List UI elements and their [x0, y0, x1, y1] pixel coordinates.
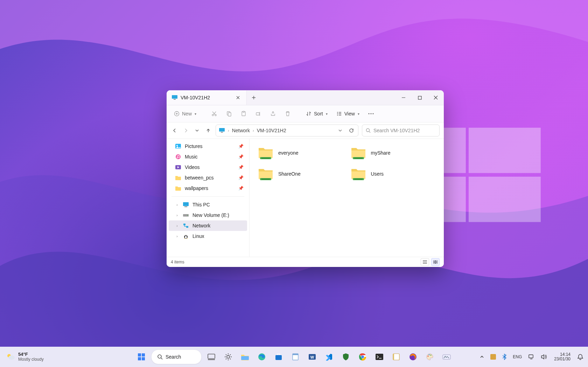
- breadcrumb-network[interactable]: Network: [232, 128, 250, 133]
- svg-point-21: [178, 157, 180, 158]
- taskbar-app-security[interactable]: [339, 350, 353, 364]
- taskbar-app-word[interactable]: W: [305, 350, 319, 364]
- taskbar-app-explorer[interactable]: [238, 350, 252, 364]
- network-icon: [183, 223, 189, 229]
- desktop[interactable]: VM-10V21H2 New ▾: [0, 0, 588, 367]
- tray-volume[interactable]: [539, 350, 548, 364]
- nav-item-label: This PC: [192, 202, 244, 207]
- taskbar-app-firefox[interactable]: [406, 350, 420, 364]
- bluetooth-icon: [502, 354, 506, 360]
- address-bar[interactable]: › Network › VM-10V21H2: [216, 125, 358, 136]
- monitor-icon: [172, 94, 178, 101]
- content-pane[interactable]: everyone myShare ShareOne Users: [250, 139, 444, 258]
- taskbar-app-misc[interactable]: [440, 350, 454, 364]
- linux-icon: [183, 233, 189, 239]
- share-users[interactable]: Users: [349, 164, 438, 184]
- taskbar-app-vscode[interactable]: [322, 350, 336, 364]
- breadcrumb-host[interactable]: VM-10V21H2: [257, 128, 286, 133]
- tray-overflow-button[interactable]: [478, 350, 485, 364]
- taskbar[interactable]: 54°F Mostly cloudy Search W: [0, 347, 588, 367]
- plus-circle-icon: [174, 111, 180, 117]
- taskbar-search[interactable]: Search: [151, 350, 202, 364]
- store-icon: [275, 353, 282, 361]
- share-label: Users: [371, 171, 384, 177]
- view-button[interactable]: View ▾: [333, 108, 362, 119]
- tab-close-button[interactable]: [234, 94, 241, 101]
- copy-button[interactable]: [223, 108, 235, 119]
- taskbar-app-terminal[interactable]: [372, 350, 386, 364]
- command-bar: New ▾ Sort ▾ View ▾: [167, 105, 444, 122]
- search-box[interactable]: Search VM-10V21H2: [362, 125, 440, 136]
- arrow-up-icon: [206, 128, 211, 133]
- nav-quick-videos[interactable]: Videos 📌: [169, 162, 247, 172]
- taskbar-app-notepad[interactable]: [288, 350, 302, 364]
- start-button[interactable]: [134, 350, 148, 364]
- titlebar[interactable]: VM-10V21H2: [167, 90, 444, 105]
- share-everyone[interactable]: everyone: [256, 143, 345, 163]
- tray-network[interactable]: [527, 350, 536, 364]
- svg-point-4: [212, 114, 214, 116]
- nav-quick-pictures[interactable]: Pictures 📌: [169, 141, 247, 151]
- svg-point-64: [428, 356, 429, 357]
- rename-button[interactable]: [252, 108, 264, 119]
- svg-point-12: [370, 113, 371, 114]
- address-history-button[interactable]: [336, 127, 344, 134]
- search-placeholder: Search VM-10V21H2: [373, 128, 420, 133]
- new-button[interactable]: New ▾: [171, 108, 199, 119]
- chevron-right-icon[interactable]: ›: [175, 224, 179, 228]
- nav-tree-network[interactable]: › Network: [169, 220, 247, 231]
- sort-button[interactable]: Sort ▾: [303, 108, 330, 119]
- nav-forward-button[interactable]: [182, 127, 190, 134]
- refresh-button[interactable]: [348, 127, 355, 134]
- nav-quick-music[interactable]: Music 📌: [169, 151, 247, 162]
- sort-icon: [306, 111, 312, 117]
- maximize-button[interactable]: [412, 90, 428, 105]
- chevron-right-icon[interactable]: ›: [175, 213, 179, 217]
- taskbar-search-label: Search: [166, 354, 181, 360]
- cut-button[interactable]: [208, 108, 220, 119]
- share-myshare[interactable]: myShare: [349, 143, 438, 163]
- tray-language[interactable]: ENG: [511, 350, 523, 364]
- tray-app-icon[interactable]: [489, 350, 497, 364]
- share-button[interactable]: [267, 108, 279, 119]
- taskbar-app-onenote[interactable]: [389, 350, 403, 364]
- pin-icon: 📌: [238, 175, 244, 180]
- nav-quick-between_pcs[interactable]: between_pcs 📌: [169, 172, 247, 183]
- rename-icon: [255, 111, 261, 117]
- view-button-label: View: [344, 111, 355, 117]
- close-button[interactable]: [428, 90, 444, 105]
- nav-tree-this-pc[interactable]: › This PC: [169, 199, 247, 210]
- nav-back-button[interactable]: [171, 127, 178, 134]
- taskbar-app-chrome[interactable]: [356, 350, 370, 364]
- navigation-pane[interactable]: Pictures 📌 Music 📌 Videos 📌 between_pcs …: [167, 139, 250, 258]
- nav-quick-wallpapers[interactable]: wallpapers 📌: [169, 183, 247, 193]
- new-tab-button[interactable]: [247, 90, 261, 105]
- tray-bluetooth[interactable]: [501, 350, 508, 364]
- chevron-right-icon[interactable]: ›: [175, 234, 179, 238]
- nav-up-button[interactable]: [204, 127, 212, 134]
- grid-icon: [433, 260, 438, 264]
- nav-item-label: New Volume (E:): [192, 212, 244, 218]
- delete-button[interactable]: [282, 108, 294, 119]
- weather-widget[interactable]: 54°F Mostly cloudy: [5, 350, 45, 364]
- details-view-button[interactable]: [421, 258, 429, 266]
- tray-clock[interactable]: 14:14 23/01/30: [552, 350, 573, 364]
- large-icons-view-button[interactable]: [431, 258, 440, 266]
- taskbar-app-settings[interactable]: [221, 350, 235, 364]
- share-shareone[interactable]: ShareOne: [256, 164, 345, 184]
- taskbar-app-edge[interactable]: [255, 350, 269, 364]
- nav-tree-linux[interactable]: › Linux: [169, 231, 247, 241]
- paste-button[interactable]: [238, 108, 250, 119]
- tray-notifications[interactable]: [576, 350, 584, 364]
- nav-recent-button[interactable]: [193, 127, 201, 134]
- more-button[interactable]: [365, 108, 377, 119]
- task-view-button[interactable]: [204, 350, 218, 364]
- taskbar-app-paint[interactable]: [423, 350, 437, 364]
- svg-point-16: [366, 129, 370, 132]
- minimize-button[interactable]: [396, 90, 412, 105]
- nav-item-label: Linux: [192, 233, 244, 239]
- chevron-right-icon[interactable]: ›: [175, 203, 179, 207]
- tab-active[interactable]: VM-10V21H2: [167, 90, 247, 105]
- taskbar-app-store[interactable]: [272, 350, 286, 364]
- nav-tree-new-volume-e-[interactable]: › New Volume (E:): [169, 210, 247, 220]
